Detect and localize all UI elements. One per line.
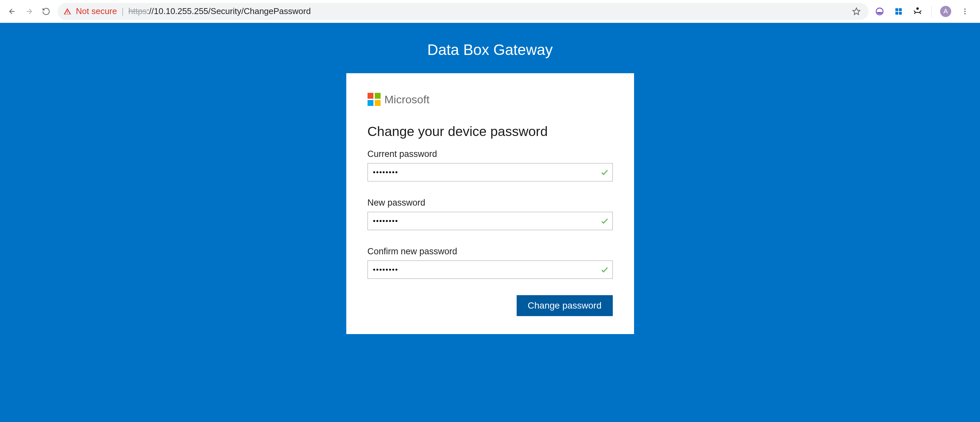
confirm-password-group: Confirm new password [368,246,613,279]
bookmark-star-icon[interactable] [852,7,861,16]
microsoft-label: Microsoft [385,93,430,106]
new-password-group: New password [368,198,613,230]
url-scheme: https [129,6,147,16]
svg-rect-3 [899,8,902,11]
url-path: ://10.10.255.255/Security/ChangePassword [147,6,311,16]
avatar-initial: A [943,8,948,15]
microsoft-brand: Microsoft [368,93,613,106]
person-watch-icon[interactable] [912,6,923,17]
toolbar-divider [931,6,932,17]
new-password-input[interactable] [368,212,613,230]
address-separator: | [122,6,124,16]
svg-point-9 [964,13,966,14]
windows-flag-icon[interactable] [893,6,904,17]
insecure-icon [64,8,71,15]
current-password-label: Current password [368,149,613,159]
current-password-group: Current password [368,149,613,181]
kebab-menu-icon[interactable] [960,6,970,17]
microsoft-logo-icon [368,93,380,106]
card-heading: Change your device password [368,124,613,139]
address-bar[interactable]: Not secure | https://10.10.255.255/Secur… [57,3,869,20]
svg-point-6 [916,7,919,10]
profile-avatar[interactable]: A [940,6,951,17]
toolbar-right-icons: A [874,6,974,17]
change-password-card: Microsoft Change your device password Cu… [346,73,634,334]
svg-rect-4 [895,12,898,15]
change-password-button[interactable]: Change password [517,295,613,316]
page-body: Data Box Gateway Microsoft Change your d… [0,23,980,422]
svg-rect-2 [895,8,898,11]
check-icon [600,265,609,274]
check-icon [600,168,609,176]
reload-button[interactable] [41,6,52,17]
svg-point-7 [964,8,966,10]
page-title: Data Box Gateway [427,41,553,59]
url-text: https://10.10.255.255/Security/ChangePas… [129,6,311,16]
confirm-password-input[interactable] [368,260,613,279]
back-button[interactable] [6,6,18,17]
svg-rect-5 [899,12,902,15]
new-password-label: New password [368,198,613,208]
browser-toolbar: Not secure | https://10.10.255.255/Secur… [0,0,980,23]
not-secure-label: Not secure [76,6,117,16]
svg-point-8 [964,11,966,12]
check-icon [600,217,609,225]
extension-circle-icon[interactable] [874,6,885,17]
svg-marker-0 [853,8,860,15]
confirm-password-label: Confirm new password [368,246,613,257]
forward-button[interactable] [24,6,35,17]
current-password-input[interactable] [368,163,613,181]
submit-row: Change password [368,295,613,316]
